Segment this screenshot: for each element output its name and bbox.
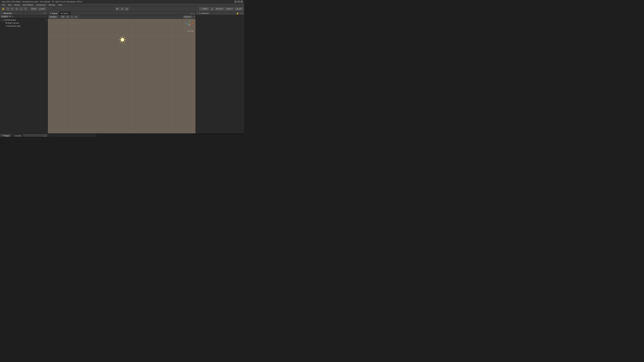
inspector-bottom-panel bbox=[48, 134, 96, 137]
hand-tool-button[interactable]: ✋ bbox=[1, 7, 5, 11]
svg-text:Y: Y bbox=[190, 20, 190, 22]
samplescene-unity-icon: ⊙ bbox=[3, 19, 4, 21]
layers-button[interactable]: Layers ▾ bbox=[225, 7, 234, 11]
inspector-icon: ◈ bbox=[199, 12, 200, 14]
project-collapse-icon[interactable]: ⊟ bbox=[46, 135, 47, 137]
pause-button[interactable]: ⏸ bbox=[120, 7, 124, 11]
menu-component[interactable]: Component bbox=[35, 3, 47, 6]
samplescene-menu-icon: ⊟ bbox=[46, 19, 47, 21]
minimize-button[interactable]: — bbox=[234, 0, 237, 3]
gizmos-button[interactable]: Gizmos ▾ bbox=[183, 15, 192, 18]
local-button[interactable]: Local ▾ bbox=[38, 7, 46, 11]
directionallight-label: Directional Light bbox=[8, 25, 21, 27]
rect-icon: ▭ bbox=[20, 8, 22, 10]
local-label: Local bbox=[40, 8, 44, 10]
scene-tab[interactable]: ⊞ Scene bbox=[48, 11, 59, 15]
project-tab-label: Project bbox=[4, 135, 10, 137]
svg-text:X: X bbox=[192, 22, 194, 23]
cloud-icon: ☁ bbox=[211, 8, 213, 10]
scale-tool-button[interactable]: ⇲ bbox=[15, 7, 18, 11]
2d-button[interactable]: 2D bbox=[60, 15, 65, 18]
directionallight-icon: ☀ bbox=[5, 25, 7, 27]
maincamera-label: Main Camera bbox=[8, 22, 19, 24]
hierarchy-collapse-icon[interactable]: ⊟ bbox=[45, 12, 46, 14]
lighting-button[interactable]: ☀ bbox=[66, 15, 70, 18]
step-button[interactable]: ⏭ bbox=[124, 7, 129, 11]
audio-button[interactable]: ♪ bbox=[70, 15, 74, 18]
inspector-header: ☰ ◈ Inspector 🔒 ⊞ ⊟ bbox=[196, 11, 244, 15]
hierarchy-header: ☰ Hierarchy ⊞ ⊟ bbox=[0, 11, 48, 15]
play-button[interactable]: ▶ bbox=[115, 7, 120, 11]
gizmos-label: Gizmos bbox=[184, 16, 190, 18]
main-layout: ☰ Hierarchy ⊞ ⊟ Create ▾ 🔍 All ▼ ⊙ Sampl… bbox=[0, 11, 244, 133]
console-tab[interactable]: ≡ Console bbox=[11, 134, 23, 137]
svg-line-5 bbox=[120, 37, 121, 38]
svg-line-8 bbox=[120, 41, 121, 42]
menu-bar: File Edit Assets GameObject Component Wi… bbox=[0, 3, 244, 6]
persp-text: ◄ Persp bbox=[187, 30, 194, 32]
hierarchy-item-directionallight[interactable]: ☀ Directional Light bbox=[3, 24, 48, 27]
fx-button[interactable]: ✦ bbox=[74, 15, 78, 18]
layers-chevron-icon: ▾ bbox=[232, 8, 232, 10]
account-button[interactable]: Account ▾ bbox=[215, 7, 224, 11]
scene-view: Y X ◄ Persp bbox=[48, 19, 196, 133]
menu-assets[interactable]: Assets bbox=[13, 3, 21, 6]
maincamera-icon: 📷 bbox=[5, 22, 8, 24]
hierarchy-create-button[interactable]: Create ▾ bbox=[1, 15, 8, 18]
layout-button[interactable]: Layout ▾ bbox=[234, 7, 243, 11]
scene-expand-icon[interactable]: ⊞ bbox=[191, 12, 192, 15]
pivot-chevron-icon: ▾ bbox=[36, 8, 36, 10]
2d-label: 2D bbox=[62, 16, 64, 18]
game-tab-icon: ▶ bbox=[62, 12, 63, 14]
rect-tool-button[interactable]: ▭ bbox=[19, 7, 23, 11]
inspector-content bbox=[196, 15, 244, 133]
menu-help[interactable]: Help bbox=[57, 3, 64, 6]
inspector-title: Inspector bbox=[201, 12, 209, 14]
hierarchy-item-samplescene[interactable]: ▼ ⊙ SampleScene ⊟ bbox=[0, 18, 48, 21]
hand-icon: ✋ bbox=[2, 8, 4, 10]
bottom-area: ⊞ Project ≡ Console ⊞ ⊟ Create ▾ bbox=[0, 133, 244, 137]
project-expand-icon[interactable]: ⊞ bbox=[43, 135, 45, 137]
project-panel: ⊞ Project ≡ Console ⊞ ⊟ Create ▾ bbox=[0, 134, 48, 137]
collab-button[interactable]: ✓ Collab ▾ bbox=[199, 7, 209, 11]
maximize-button[interactable]: □ bbox=[238, 0, 240, 3]
custom-icon: ✦ bbox=[25, 8, 26, 10]
hierarchy-title: Hierarchy bbox=[3, 12, 12, 14]
inspector-expand-icon[interactable]: ⊞ bbox=[240, 12, 241, 14]
project-bottom-tabs: ⊞ Project ≡ Console ⊞ ⊟ bbox=[0, 134, 48, 137]
menu-window[interactable]: Window bbox=[47, 3, 56, 6]
menu-edit[interactable]: Edit bbox=[7, 3, 12, 6]
audio-icon: ♪ bbox=[72, 16, 72, 18]
project-tab[interactable]: ⊞ Project bbox=[0, 134, 11, 137]
menu-gameobject[interactable]: GameObject bbox=[22, 3, 34, 6]
game-tab[interactable]: ▶ Game bbox=[59, 11, 70, 15]
collab-chevron-icon: ▾ bbox=[207, 8, 208, 10]
layout-chevron-icon: ▾ bbox=[241, 8, 242, 10]
title-bar: Unity 2018.1.0f2 (64bit) - SampleScene.u… bbox=[0, 0, 244, 3]
scene-tb-sep1 bbox=[59, 15, 59, 18]
inspector-collapse-icon[interactable]: ⊟ bbox=[242, 12, 243, 14]
cloud-button[interactable]: ☁ bbox=[210, 7, 214, 11]
move-tool-button[interactable]: ✛ bbox=[6, 7, 10, 11]
scale-icon: ⇲ bbox=[16, 8, 17, 10]
svg-line-7 bbox=[124, 37, 125, 38]
hierarchy-expand-icon[interactable]: ⊞ bbox=[43, 12, 44, 14]
rotate-tool-button[interactable]: ↻ bbox=[10, 7, 14, 11]
inspector-menu-icon: ☰ bbox=[197, 12, 198, 14]
lighting-icon: ☀ bbox=[67, 16, 68, 18]
scene-gizmo[interactable]: Y X bbox=[184, 20, 194, 30]
shading-button[interactable]: Shaded ▾ bbox=[48, 15, 58, 18]
close-button[interactable]: ✕ bbox=[240, 0, 243, 3]
move-icon: ✛ bbox=[7, 8, 8, 10]
local-chevron-icon: ▾ bbox=[44, 8, 45, 10]
layout-label: Layout bbox=[236, 8, 241, 10]
hierarchy-item-maincamera[interactable]: 📷 Main Camera bbox=[3, 21, 48, 24]
inspector-lock-button[interactable]: 🔒 bbox=[236, 12, 239, 14]
pivot-button[interactable]: Pivot ▾ bbox=[30, 7, 38, 11]
scene-collapse-icon[interactable]: ⊟ bbox=[193, 12, 195, 15]
custom-tool-button[interactable]: ✦ bbox=[24, 7, 27, 11]
samplescene-label: SampleScene bbox=[4, 19, 16, 21]
menu-file[interactable]: File bbox=[1, 3, 6, 6]
shading-label: Shaded bbox=[50, 16, 55, 18]
game-tab-label: Game bbox=[64, 12, 68, 14]
